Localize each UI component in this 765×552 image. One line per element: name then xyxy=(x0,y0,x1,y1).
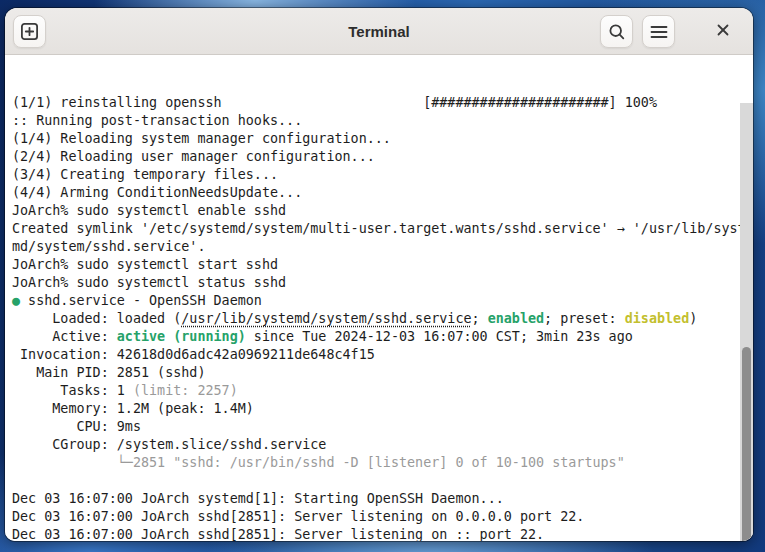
terminal-line: └─2851 "sshd: /usr/bin/sshd -D [listener… xyxy=(12,454,753,472)
terminal-line: (3/4) Creating temporary files... xyxy=(12,166,753,184)
terminal-window: Terminal xyxy=(5,8,753,541)
hamburger-icon xyxy=(650,24,668,40)
terminal-line: Loaded: loaded (/usr/lib/systemd/system/… xyxy=(12,310,753,328)
window-title: Terminal xyxy=(5,8,753,55)
terminal-line: Invocation: 42618d0d6adc42a0969211de648c… xyxy=(12,346,753,364)
terminal-line: CGroup: /system.slice/sshd.service xyxy=(12,436,753,454)
terminal-line: Dec 03 16:07:00 JoArch sshd[2851]: Serve… xyxy=(12,526,753,541)
terminal-output: (1/1) reinstalling openssh [############… xyxy=(12,94,753,541)
search-button[interactable] xyxy=(600,15,633,48)
terminal-line: Main PID: 2851 (sshd) xyxy=(12,364,753,382)
terminal-line: Tasks: 1 (limit: 2257) xyxy=(12,382,753,400)
terminal-line: Active: active (running) since Tue 2024-… xyxy=(12,328,753,346)
terminal-line: JoArch% sudo systemctl enable sshd xyxy=(12,202,753,220)
scrollbar-thumb[interactable] xyxy=(742,347,751,541)
terminal-line xyxy=(12,472,753,490)
menu-button[interactable] xyxy=(642,15,675,48)
terminal-line: (4/4) Arming ConditionNeedsUpdate... xyxy=(12,184,753,202)
terminal-line: Memory: 1.2M (peak: 1.4M) xyxy=(12,400,753,418)
terminal-line: (1/4) Reloading system manager configura… xyxy=(12,130,753,148)
terminal-line: CPU: 9ms xyxy=(12,418,753,436)
close-button[interactable] xyxy=(706,15,739,48)
terminal-line: (1/1) reinstalling openssh [############… xyxy=(12,94,753,112)
search-icon xyxy=(608,23,626,41)
terminal-line: JoArch% sudo systemctl start sshd xyxy=(12,256,753,274)
terminal-line: Dec 03 16:07:00 JoArch systemd[1]: Start… xyxy=(12,490,753,508)
terminal-line: ● sshd.service - OpenSSH Daemon xyxy=(12,292,753,310)
terminal-screen[interactable]: (1/1) reinstalling openssh [############… xyxy=(5,55,753,541)
terminal-line: (2/4) Reloading user manager configurati… xyxy=(12,148,753,166)
terminal-line: :: Running post-transaction hooks... xyxy=(12,112,753,130)
scrollbar-track[interactable] xyxy=(740,103,753,541)
terminal-line: Created symlink '/etc/systemd/system/mul… xyxy=(12,220,753,238)
new-tab-button[interactable] xyxy=(13,15,46,48)
titlebar: Terminal xyxy=(5,8,753,55)
terminal-line: md/system/sshd.service'. xyxy=(12,238,753,256)
desktop-wallpaper: { "window": { "title": "Terminal" }, "ic… xyxy=(0,0,765,552)
new-tab-icon xyxy=(20,22,39,41)
terminal-line: JoArch% sudo systemctl status sshd xyxy=(12,274,753,292)
terminal-line: Dec 03 16:07:00 JoArch sshd[2851]: Serve… xyxy=(12,508,753,526)
close-icon xyxy=(716,23,730,41)
